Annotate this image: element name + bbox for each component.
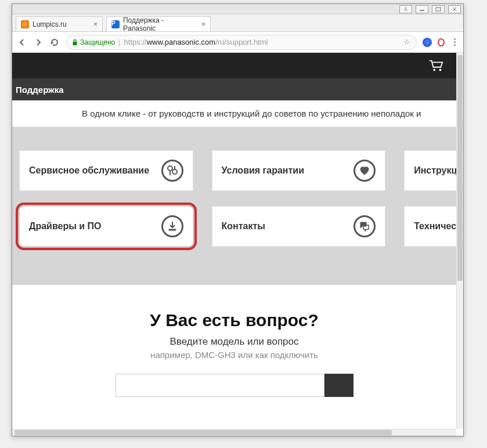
search-button[interactable] [324,374,353,397]
section-title: Поддержка [16,85,64,95]
tile-contacts[interactable]: Контакты [212,206,386,247]
question-section: У Вас есть вопрос? Введите модель или во… [12,285,456,397]
bookmark-star-icon[interactable]: ☆ [403,38,410,46]
extension-opera-icon[interactable] [438,38,445,46]
tile-label: Техничес [414,221,456,232]
support-tiles-grid: Сервисное обслуживание Условия гарантии … [12,127,456,285]
tile-label: Условия гарантии [222,165,304,176]
chat-icon [353,215,376,237]
close-window-button[interactable] [448,5,461,13]
tile-row: Сервисное обслуживание Условия гарантии … [19,150,456,191]
url-text: https://www.panasonic.com/ru/support.htm… [124,38,268,46]
secure-label: Защищено [80,38,115,46]
tile-manuals[interactable]: Инструкц [404,150,456,191]
wrench-icon [161,160,183,182]
tile-label: Драйверы и ПО [29,221,102,232]
search-bar [12,374,456,397]
tab-lumpics[interactable]: Lumpics.ru × [16,16,103,31]
heart-icon [353,160,376,182]
tab-title: Lumpics.ru [33,20,67,28]
close-tab-icon[interactable]: × [201,20,205,28]
tab-strip: Lumpics.ru × P Поддержка - Panasonic × [12,15,463,32]
section-header: Поддержка [12,78,456,100]
site-topbar [12,53,456,78]
secure-badge: Защищено [72,38,115,46]
maximize-button[interactable] [432,5,445,13]
scroll-thumb[interactable] [15,430,392,435]
close-tab-icon[interactable]: × [93,20,98,28]
scroll-thumb[interactable] [457,55,463,281]
tile-label: Инструкц [414,165,456,176]
extension-globe-icon[interactable] [423,38,432,47]
intro-text: В одном клике - от руководств и инструкц… [12,100,456,127]
address-bar[interactable]: Защищено | https://www.panasonic.com/ru/… [66,35,417,50]
svg-rect-2 [436,8,441,11]
svg-point-8 [168,166,172,171]
favicon-icon: P [111,20,120,28]
tab-panasonic-support[interactable]: P Поддержка - Panasonic × [106,16,211,31]
favicon-icon [21,20,29,28]
svg-point-0 [405,8,406,9]
back-button[interactable] [17,37,27,48]
download-icon [161,215,183,237]
page-content: Поддержка В одном клике - от руководств … [12,53,456,429]
svg-point-7 [439,69,442,71]
question-prompt: Введите модель или вопрос [12,336,456,348]
svg-point-9 [172,169,177,174]
page-viewport: Поддержка В одном клике - от руководств … [12,53,463,436]
toolbar: Защищено | https://www.panasonic.com/ru/… [12,32,463,53]
reload-button[interactable] [49,37,60,48]
cart-icon[interactable] [428,59,443,72]
svg-point-6 [433,69,435,71]
window-titlebar [12,4,463,15]
browser-window: Lumpics.ru × P Поддержка - Panasonic × З… [12,3,464,436]
tile-label: Сервисное обслуживание [29,165,149,176]
horizontal-scrollbar[interactable] [12,429,456,436]
tile-technical[interactable]: Техничес [404,206,456,247]
tile-label: Контакты [222,221,265,232]
search-input[interactable] [116,374,324,397]
tile-service[interactable]: Сервисное обслуживание [19,150,193,191]
tile-row: Драйверы и ПО Контакты Техничес [19,206,456,247]
svg-rect-5 [73,42,77,45]
tile-drivers-software[interactable]: Драйверы и ПО [19,206,193,247]
tile-warranty[interactable]: Условия гарантии [212,150,386,191]
user-icon-button[interactable] [399,5,412,13]
question-example: например, DMC-GH3 или как подключить [12,350,456,360]
question-heading: У Вас есть вопрос? [12,310,456,330]
tab-title: Поддержка - Panasonic [123,16,198,32]
vertical-scrollbar[interactable] [456,53,463,429]
menu-button[interactable] [450,38,459,46]
minimize-button[interactable] [416,5,428,13]
forward-button[interactable] [33,37,44,48]
